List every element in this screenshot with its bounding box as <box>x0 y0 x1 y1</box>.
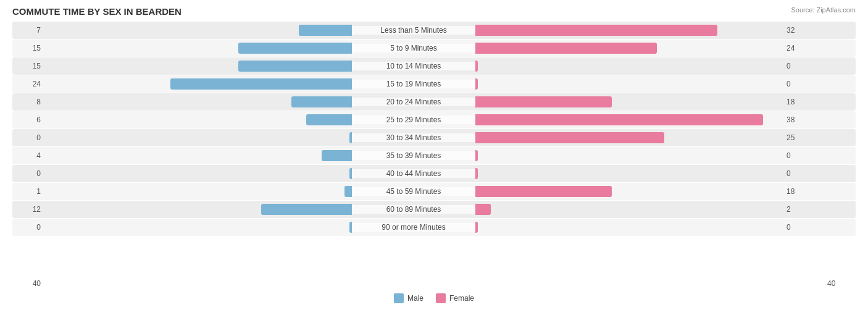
female-value: 18 <box>784 98 815 106</box>
male-value: 0 <box>12 223 43 232</box>
legend-male: Male <box>394 293 424 303</box>
female-bar <box>475 132 664 143</box>
row-label: 25 to 29 Minutes <box>352 115 475 124</box>
row-label: 90 or more Minutes <box>352 223 475 232</box>
female-bar <box>475 78 478 90</box>
male-value: 0 <box>12 133 43 142</box>
female-value: 0 <box>784 169 815 178</box>
female-value: 38 <box>784 115 815 124</box>
left-bar-container <box>43 96 352 107</box>
male-bar <box>238 43 352 54</box>
row-label: 20 to 24 Minutes <box>352 98 475 106</box>
row-label: Less than 5 Minutes <box>352 26 475 35</box>
female-bar <box>475 96 612 107</box>
right-bar-container <box>475 204 784 215</box>
left-bar-container <box>43 78 352 90</box>
female-bar <box>475 150 478 161</box>
female-bar <box>475 61 478 72</box>
female-value: 2 <box>784 205 815 214</box>
right-bar-container <box>475 78 784 90</box>
female-value: 18 <box>784 187 815 196</box>
row-label: 5 to 9 Minutes <box>352 44 475 52</box>
row-label: 45 to 59 Minutes <box>352 187 475 196</box>
row-label: 10 to 14 Minutes <box>352 62 475 70</box>
female-value: 0 <box>784 62 815 70</box>
right-bar-container <box>475 186 784 197</box>
right-bar-container <box>475 114 784 125</box>
bar-row: 24 15 to 19 Minutes 0 <box>12 75 856 93</box>
row-label: 60 to 89 Minutes <box>352 205 475 214</box>
bar-row: 0 90 or more Minutes 0 <box>12 219 856 236</box>
male-value: 6 <box>12 115 43 124</box>
female-value: 0 <box>784 151 815 160</box>
male-value: 12 <box>12 205 43 214</box>
female-bar <box>475 25 717 36</box>
male-value: 7 <box>12 26 43 35</box>
male-value: 4 <box>12 151 43 160</box>
male-value: 1 <box>12 187 43 196</box>
female-value: 0 <box>784 80 815 88</box>
female-bar <box>475 204 491 215</box>
male-bar <box>322 150 352 161</box>
right-bar-container <box>475 150 784 161</box>
left-bar-container <box>43 114 352 125</box>
source-text: Source: ZipAtlas.com <box>791 6 856 14</box>
bar-row: 1 45 to 59 Minutes 18 <box>12 183 856 200</box>
male-value: 24 <box>12 80 43 88</box>
left-bar-container <box>43 204 352 215</box>
legend-female-color <box>436 293 446 303</box>
axis-left-label: 40 <box>12 279 43 288</box>
left-bar-container <box>43 222 352 233</box>
male-bar <box>299 25 352 36</box>
left-bar-container <box>43 168 352 179</box>
female-bar <box>475 114 763 125</box>
male-value: 0 <box>12 169 43 178</box>
bar-row: 0 30 to 34 Minutes 25 <box>12 129 856 146</box>
male-value: 8 <box>12 98 43 106</box>
row-label: 30 to 34 Minutes <box>352 133 475 142</box>
female-value: 25 <box>784 133 815 142</box>
female-bar <box>475 222 478 233</box>
bar-row: 4 35 to 39 Minutes 0 <box>12 147 856 164</box>
right-bar-container <box>475 25 784 36</box>
legend: Male Female <box>12 293 856 303</box>
left-bar-container <box>43 61 352 72</box>
chart-area: 7 Less than 5 Minutes 32 15 5 to 9 Minut… <box>12 22 856 275</box>
axis-row: 40 40 <box>12 277 856 290</box>
chart-title: COMMUTE TIME BY SEX IN BEARDEN <box>12 6 856 17</box>
male-bar <box>238 61 352 72</box>
row-label: 35 to 39 Minutes <box>352 151 475 160</box>
legend-female-label: Female <box>449 294 474 303</box>
row-label: 40 to 44 Minutes <box>352 169 475 178</box>
row-label: 15 to 19 Minutes <box>352 80 475 88</box>
male-value: 15 <box>12 62 43 70</box>
right-bar-container <box>475 132 784 143</box>
male-bar <box>261 204 352 215</box>
female-bar <box>475 43 657 54</box>
bar-row: 8 20 to 24 Minutes 18 <box>12 93 856 111</box>
male-bar <box>170 78 352 90</box>
female-value: 32 <box>784 26 815 35</box>
right-bar-container <box>475 222 784 233</box>
right-bar-container <box>475 43 784 54</box>
right-bar-container <box>475 168 784 179</box>
left-bar-container <box>43 186 352 197</box>
left-bar-container <box>43 150 352 161</box>
bar-row: 6 25 to 29 Minutes 38 <box>12 111 856 128</box>
legend-male-color <box>394 293 404 303</box>
female-bar <box>475 168 478 179</box>
right-bar-container <box>475 96 784 107</box>
bar-row: 0 40 to 44 Minutes 0 <box>12 165 856 182</box>
bar-row: 15 5 to 9 Minutes 24 <box>12 40 856 57</box>
legend-female: Female <box>436 293 474 303</box>
male-bar <box>306 114 352 125</box>
left-bar-container <box>43 43 352 54</box>
left-bar-container <box>43 25 352 36</box>
chart-container: COMMUTE TIME BY SEX IN BEARDEN Source: Z… <box>0 0 868 323</box>
right-bar-container <box>475 61 784 72</box>
legend-male-label: Male <box>407 294 424 303</box>
male-bar <box>291 96 352 107</box>
bar-row: 7 Less than 5 Minutes 32 <box>12 22 856 39</box>
female-value: 24 <box>784 44 815 52</box>
male-bar <box>344 186 352 197</box>
